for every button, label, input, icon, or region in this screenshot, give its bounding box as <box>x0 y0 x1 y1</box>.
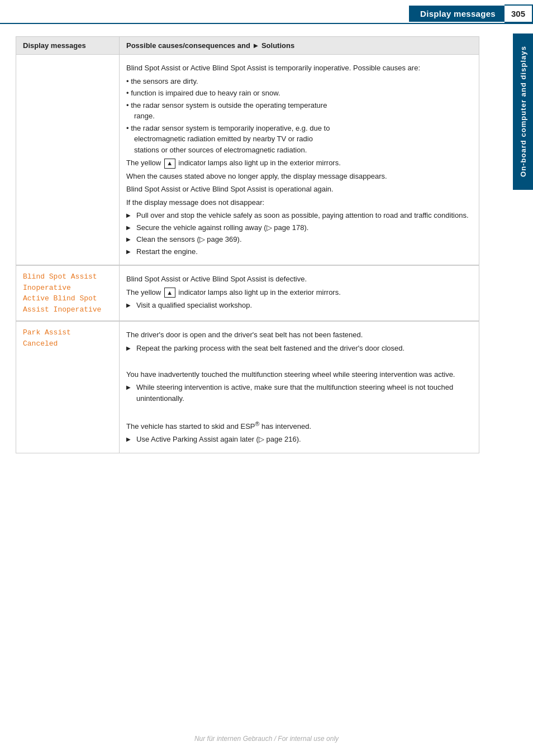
col2-header: Possible causes/consequences and ► Solut… <box>120 37 479 55</box>
list-item: Visit a qualified specialist workshop. <box>126 300 472 311</box>
col1-header: Display messages <box>16 37 120 55</box>
footer: Nur für internen Gebrauch / For internal… <box>0 735 533 743</box>
list-item: function is impaired due to heavy rain o… <box>126 88 472 99</box>
content-table: Display messages Possible causes/consequ… <box>16 36 479 453</box>
list-item: Secure the vehicle against rolling away … <box>126 222 472 233</box>
row1-bullets: the sensors are dirty. function is impai… <box>126 76 472 156</box>
list-item: the radar sensor system is temporarily i… <box>126 123 472 156</box>
main-content: Display messages Possible causes/consequ… <box>0 24 513 463</box>
table-row: Park AssistCanceled The driver's door is… <box>16 321 479 453</box>
warning-icon: ▲ <box>164 288 175 298</box>
list-item: the radar sensor system is outside the o… <box>126 100 472 122</box>
page-header: Display messages 305 <box>0 0 533 24</box>
list-item: Clean the sensors (▷ page 369). <box>126 234 472 245</box>
row3-block3-intro: The vehicle has started to skid and ESP®… <box>126 419 472 432</box>
row1-text4: If the display message does not disappea… <box>126 197 472 208</box>
header-title: Display messages <box>409 6 505 22</box>
row1-text2: When the causes stated above no longer a… <box>126 171 472 182</box>
row1-intro: Blind Spot Assist or Active Blind Spot A… <box>126 63 472 74</box>
row3-block3-arrows: Use Active Parking Assist again later (▷… <box>126 434 472 445</box>
row3-block1-intro: The driver's door is open and the driver… <box>126 329 472 341</box>
page-number: 305 <box>505 4 533 23</box>
table-row: Blind Spot AssistInoperativeActive Blind… <box>16 265 479 321</box>
list-item: Repeat the parking process with the seat… <box>126 343 472 354</box>
right-cell-1: Blind Spot Assist or Active Blind Spot A… <box>120 55 479 266</box>
right-cell-3: The driver's door is open and the driver… <box>120 321 479 453</box>
list-item: While steering intervention is active, m… <box>126 382 472 404</box>
left-cell-2: Blind Spot AssistInoperativeActive Blind… <box>16 265 120 321</box>
row2-intro: Blind Spot Assist or Active Blind Spot A… <box>126 274 472 285</box>
row1-text1: The yellow ▲ indicator lamps also light … <box>126 157 472 169</box>
display-msg-blind-spot: Blind Spot AssistInoperativeActive Blind… <box>23 272 101 314</box>
list-item: the sensors are dirty. <box>126 76 472 87</box>
row1-text3: Blind Spot Assist or Active Blind Spot A… <box>126 184 472 195</box>
left-cell-3: Park AssistCanceled <box>16 321 120 453</box>
row1-arrows: Pull over and stop the vehicle safely as… <box>126 210 472 257</box>
row2-text1: The yellow ▲ indicator lamps also light … <box>126 287 472 298</box>
right-cell-2: Blind Spot Assist or Active Blind Spot A… <box>120 265 479 321</box>
list-item: Restart the engine. <box>126 246 472 257</box>
list-item: Pull over and stop the vehicle safely as… <box>126 210 472 221</box>
side-chapter-label: On-board computer and displays <box>513 34 533 190</box>
row3-block2-intro: You have inadvertently touched the multi… <box>126 369 472 380</box>
footer-text: Nur für internen Gebrauch / For internal… <box>194 735 339 743</box>
display-msg-park-assist: Park AssistCanceled <box>23 328 71 348</box>
table-row: Blind Spot Assist or Active Blind Spot A… <box>16 55 479 266</box>
row3-block2-arrows: While steering intervention is active, m… <box>126 382 472 404</box>
row2-arrows: Visit a qualified specialist workshop. <box>126 300 472 311</box>
list-item: Use Active Parking Assist again later (▷… <box>126 434 472 445</box>
row3-block1-arrows: Repeat the parking process with the seat… <box>126 343 472 354</box>
warning-icon: ▲ <box>164 159 175 169</box>
left-cell-1 <box>16 55 120 266</box>
